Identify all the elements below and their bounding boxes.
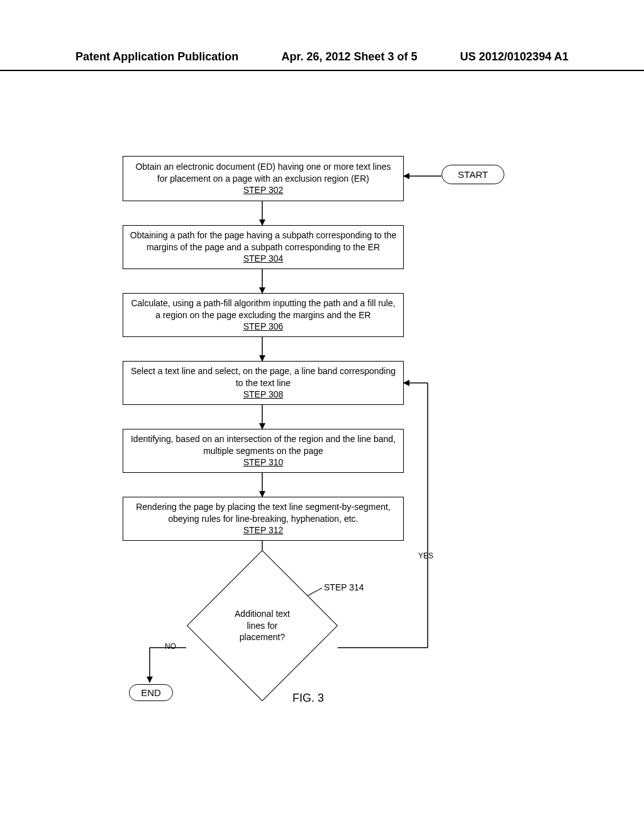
header-center: Apr. 26, 2012 Sheet 3 of 5 bbox=[281, 50, 417, 64]
start-terminator: START bbox=[441, 165, 504, 184]
step-306-text: Calculate, using a path-fill algorithm i… bbox=[130, 297, 397, 321]
figure-label: FIG. 3 bbox=[292, 692, 324, 705]
step-314-label: STEP 314 bbox=[324, 582, 364, 592]
step-304-text: Obtaining a path for the page having a s… bbox=[130, 230, 397, 253]
decision-step-314: Additional text lines for placement? bbox=[209, 572, 316, 679]
connector-overlay bbox=[0, 0, 644, 830]
header-right: US 2012/0102394 A1 bbox=[460, 50, 569, 64]
step-308-label: STEP 308 bbox=[130, 389, 397, 401]
step-308-box: Select a text line and select, on the pa… bbox=[123, 361, 404, 405]
step-312-box: Rendering the page by placing the text l… bbox=[123, 497, 404, 541]
step-306-label: STEP 306 bbox=[130, 321, 397, 333]
edge-yes-label: YES bbox=[418, 551, 433, 560]
step-308-text: Select a text line and select, on the pa… bbox=[130, 365, 397, 389]
step-310-box: Identifying, based on an intersection of… bbox=[123, 429, 404, 473]
step-306-box: Calculate, using a path-fill algorithm i… bbox=[123, 293, 404, 337]
step-312-text: Rendering the page by placing the text l… bbox=[130, 501, 397, 525]
step-304-label: STEP 304 bbox=[130, 253, 397, 265]
step-310-text: Identifying, based on an intersection of… bbox=[130, 433, 397, 457]
page-header: Patent Application Publication Apr. 26, … bbox=[0, 50, 644, 71]
step-312-label: STEP 312 bbox=[130, 524, 397, 536]
step-302-text: Obtain an electronic document (ED) havin… bbox=[130, 161, 397, 185]
header-left: Patent Application Publication bbox=[75, 50, 238, 64]
step-302-box: Obtain an electronic document (ED) havin… bbox=[123, 156, 404, 201]
step-310-label: STEP 310 bbox=[130, 456, 397, 468]
step-302-label: STEP 302 bbox=[130, 184, 397, 196]
step-304-box: Obtaining a path for the page having a s… bbox=[123, 225, 404, 269]
edge-no-label: NO bbox=[165, 642, 176, 651]
end-terminator: END bbox=[129, 684, 173, 701]
decision-text: Additional text lines for placement? bbox=[209, 572, 316, 679]
